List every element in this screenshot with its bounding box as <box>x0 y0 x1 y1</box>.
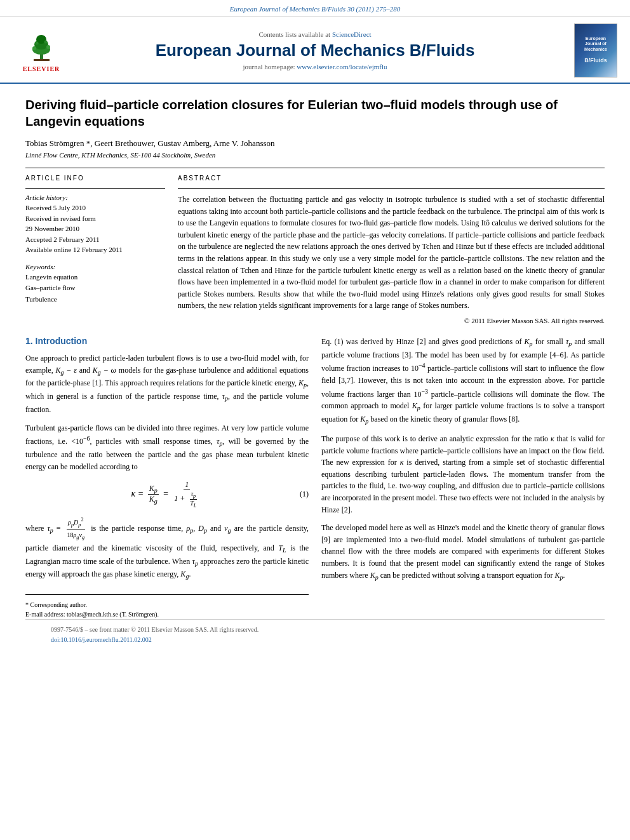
intro-para2: Turbulent gas-particle flows can be divi… <box>25 422 309 473</box>
body-left-column: 1. Introduction One approach to predict … <box>25 336 309 619</box>
journal-cover-image: European Journal ofMechanics B/Fluids <box>574 23 617 77</box>
keywords-block: Keywords: Langevin equation Gas–particle… <box>25 263 165 305</box>
article-authors: Tobias Strömgren *, Geert Brethouwer, Gu… <box>25 138 605 149</box>
author-names: Tobias Strömgren *, Geert Brethouwer, Gu… <box>25 138 275 148</box>
article-title: Deriving fluid–particle correlation clos… <box>25 97 605 130</box>
section-number: 1. <box>25 336 33 346</box>
cover-text-top: European Journal ofMechanics <box>577 36 614 52</box>
journal-homepage: journal homepage: www.elsevier.com/locat… <box>70 63 560 70</box>
info-divider <box>25 188 165 189</box>
keyword-1: Langevin equation <box>25 272 165 283</box>
abstract-label: ABSTRACT <box>178 175 605 182</box>
article-info-column: ARTICLE INFO Article history: Received 5… <box>25 175 165 324</box>
section-title-text: Introduction <box>36 336 88 346</box>
kp-kg-fraction: Kp Kg <box>148 484 159 505</box>
right-para1: Eq. (1) was derived by Hinze [2] and giv… <box>321 336 605 427</box>
footnote-corresponding: * Corresponding author. <box>25 600 309 610</box>
page-footer: 0997-7546/$ – see front matter © 2011 El… <box>25 619 605 650</box>
elsevier-tree-icon <box>24 29 59 64</box>
abstract-column: ABSTRACT The correlation between the flu… <box>178 175 605 324</box>
equation-1: κ = Kp Kg = 1 1 + τp TL <box>25 480 309 509</box>
body-right-column: Eq. (1) was derived by Hinze [2] and giv… <box>321 336 605 619</box>
kp-formula: Kp <box>298 378 307 387</box>
scidir-link[interactable]: ScienceDirect <box>332 30 372 38</box>
article-content: Deriving fluid–particle correlation clos… <box>0 84 630 669</box>
body-section: 1. Introduction One approach to predict … <box>25 336 605 619</box>
article-history: Article history: Received 5 July 2010 Re… <box>25 194 165 255</box>
homepage-link[interactable]: www.elsevier.com/locate/ejmflu <box>297 63 387 70</box>
eq1-rhs-fraction: 1 1 + τp TL <box>173 480 201 509</box>
intro-para1: One approach to predict particle-laden t… <box>25 352 309 416</box>
keyword-2: Gas–particle flow <box>25 283 165 294</box>
svg-point-8 <box>44 40 47 43</box>
equation-1-number: (1) <box>300 490 309 499</box>
footer-doi: doi:10.1016/j.euromechflu.2011.02.002 <box>51 635 579 645</box>
history-label: Article history: <box>25 194 165 201</box>
keywords-label: Keywords: <box>25 263 165 270</box>
footnote-area: * Corresponding author. E-mail address: … <box>25 594 309 619</box>
cover-text-bottom: B/Fluids <box>584 57 607 65</box>
article-info-abstract: ARTICLE INFO Article history: Received 5… <box>25 175 605 324</box>
taup-def-fraction: ρpDp2 18ρgνg <box>66 516 86 542</box>
revised-date: 29 November 2010 <box>25 223 165 234</box>
formula-kgw: Kg − ω <box>93 366 116 375</box>
formula-kge: Kg − ε <box>55 366 76 375</box>
journal-banner: ELSEVIER Contents lists available at Sci… <box>0 17 630 84</box>
accepted-date: Accepted 2 February 2011 <box>25 234 165 245</box>
journal-ref-bar: European Journal of Mechanics B/Fluids 3… <box>0 0 630 17</box>
copyright: © 2011 Elsevier Masson SAS. All rights r… <box>178 317 605 324</box>
right-para3: The developed model here as well as Hinz… <box>321 522 605 582</box>
journal-title: European Journal of Mechanics B/Fluids <box>70 41 560 60</box>
intro-heading: 1. Introduction <box>25 336 309 346</box>
journal-title-area: Contents lists available at ScienceDirec… <box>70 30 560 70</box>
journal-reference: European Journal of Mechanics B/Fluids 3… <box>230 5 401 13</box>
divider <box>25 168 605 168</box>
journal-cover-area: European Journal ofMechanics B/Fluids <box>560 23 617 77</box>
keyword-3: Turbulence <box>25 294 165 305</box>
footnote-email: E-mail address: tobias@mech.kth.se (T. S… <box>25 610 309 619</box>
affiliation: Linné Flow Centre, KTH Mechanics, SE-100… <box>25 151 605 159</box>
svg-point-5 <box>32 46 36 50</box>
elsevier-logo-area: ELSEVIER <box>13 29 70 72</box>
received-date: Received 5 July 2010 <box>25 203 165 213</box>
article-info-label: ARTICLE INFO <box>25 175 165 182</box>
taup-tl-fraction: τp TL <box>189 490 198 509</box>
elsevier-label: ELSEVIER <box>23 65 60 72</box>
intro-para3: where τp = ρpDp2 18ρgνg is the particle … <box>25 516 309 582</box>
svg-point-7 <box>35 41 38 44</box>
right-para2: The purpose of this work is to derive an… <box>321 433 605 516</box>
scidir-text: Contents lists available at ScienceDirec… <box>70 30 560 38</box>
revised-label: Received in revised form <box>25 213 165 224</box>
footer-issn: 0997-7546/$ – see front matter © 2011 El… <box>51 625 579 635</box>
abstract-text: The correlation between the fluctuating … <box>178 194 605 312</box>
svg-rect-1 <box>34 59 50 61</box>
taup-formula: τp <box>222 392 228 401</box>
abstract-divider <box>178 188 605 189</box>
available-date: Available online 12 February 2011 <box>25 244 165 255</box>
equation-1-content: κ = Kp Kg = 1 1 + τp TL <box>131 480 203 509</box>
svg-point-6 <box>46 45 50 49</box>
